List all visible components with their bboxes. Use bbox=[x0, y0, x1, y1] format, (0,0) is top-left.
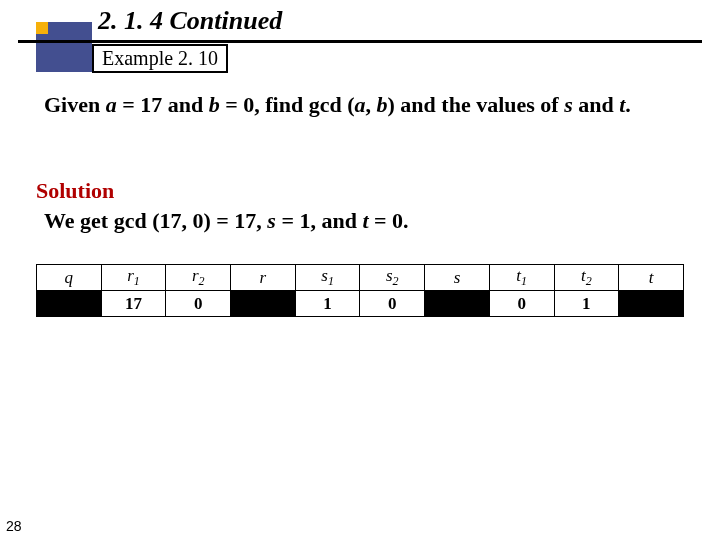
cell-s1: 1 bbox=[295, 291, 360, 317]
slide-header: 2. 1. 4 Continued Example 2. 10 bbox=[0, 0, 720, 8]
col-r1: r1 bbox=[101, 265, 166, 291]
text: Given bbox=[44, 92, 106, 117]
cell-r bbox=[231, 291, 296, 317]
text: = 0. bbox=[369, 208, 409, 233]
col-t: t bbox=[619, 265, 684, 291]
solution-text: We get gcd (17, 0) = 17, s = 1, and t = … bbox=[44, 208, 409, 234]
var-s: s bbox=[267, 208, 276, 233]
col-r2: r2 bbox=[166, 265, 231, 291]
col-s: s bbox=[425, 265, 490, 291]
col-r: r bbox=[231, 265, 296, 291]
section-number: 2. 1. 4 Continued bbox=[98, 6, 282, 36]
cell-s2: 0 bbox=[360, 291, 425, 317]
algorithm-table: q r1 r2 r s1 s2 s t1 t2 t 17 0 1 0 0 1 bbox=[36, 264, 684, 317]
var-b: b bbox=[209, 92, 220, 117]
solution-heading: Solution bbox=[36, 178, 114, 204]
text: and bbox=[573, 92, 619, 117]
var-a: a bbox=[106, 92, 117, 117]
cell-s bbox=[425, 291, 490, 317]
var-s: s bbox=[564, 92, 573, 117]
text: . bbox=[625, 92, 631, 117]
col-t1: t1 bbox=[489, 265, 554, 291]
text: = 0, find gcd ( bbox=[220, 92, 355, 117]
cell-t2: 1 bbox=[554, 291, 619, 317]
header-underline bbox=[18, 40, 702, 43]
table-row: 17 0 1 0 0 1 bbox=[37, 291, 684, 317]
algorithm-table-wrap: q r1 r2 r s1 s2 s t1 t2 t 17 0 1 0 0 1 bbox=[36, 264, 684, 317]
header-decor-accent bbox=[36, 22, 48, 34]
page-number: 28 bbox=[6, 518, 22, 534]
example-label-box: Example 2. 10 bbox=[92, 44, 228, 73]
cell-t1: 0 bbox=[489, 291, 554, 317]
text: ) and the values of bbox=[388, 92, 565, 117]
cell-r2: 0 bbox=[166, 291, 231, 317]
text: = 17 and bbox=[117, 92, 209, 117]
var-a2: a bbox=[355, 92, 366, 117]
var-b2: b bbox=[377, 92, 388, 117]
problem-statement: Given a = 17 and b = 0, find gcd (a, b) … bbox=[44, 90, 684, 120]
table-header-row: q r1 r2 r s1 s2 s t1 t2 t bbox=[37, 265, 684, 291]
cell-q bbox=[37, 291, 102, 317]
col-t2: t2 bbox=[554, 265, 619, 291]
text: We get gcd (17, 0) = 17, bbox=[44, 208, 267, 233]
text: = 1, and bbox=[276, 208, 363, 233]
col-s1: s1 bbox=[295, 265, 360, 291]
cell-r1: 17 bbox=[101, 291, 166, 317]
text: , bbox=[366, 92, 377, 117]
col-s2: s2 bbox=[360, 265, 425, 291]
col-q: q bbox=[37, 265, 102, 291]
cell-t bbox=[619, 291, 684, 317]
